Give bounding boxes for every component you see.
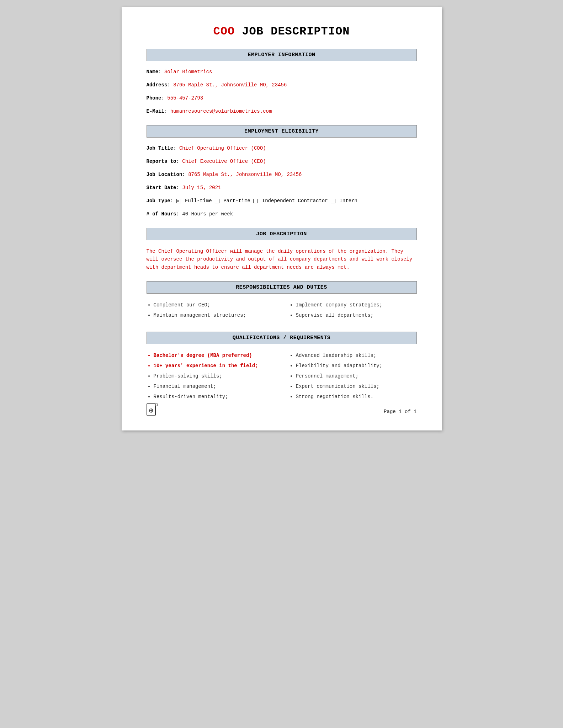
employer-section: EMPLOYER INFORMATION Name: Solar Biometr… xyxy=(147,49,417,115)
list-item: Bachelor's degree (MBA preferred) xyxy=(154,351,275,360)
document-icon xyxy=(147,403,158,420)
intern-checkbox[interactable] xyxy=(331,199,335,203)
start-date-value: July 15, 2021 xyxy=(182,185,221,191)
job-description-text: The Chief Operating Officer will manage … xyxy=(147,247,417,271)
list-item: Expert communication skills; xyxy=(296,382,417,391)
list-item: Supervise all departments; xyxy=(296,311,417,320)
list-item: Maintain management structures; xyxy=(154,311,275,320)
document-page: COO JOB DESCRIPTION EMPLOYER INFORMATION… xyxy=(122,7,442,430)
hours-label: # of Hours xyxy=(147,211,176,217)
phone-label: Phone xyxy=(147,95,161,101)
list-item: Advanced leadership skills; xyxy=(296,351,417,360)
phone-value: 555-457-2793 xyxy=(167,95,203,101)
qualifications-col2: Advanced leadership skills; Flexibility … xyxy=(289,351,417,403)
job-description-header: JOB DESCRIPTION xyxy=(147,228,417,240)
fulltime-checkbox[interactable] xyxy=(176,199,181,203)
address-label: Address xyxy=(147,82,168,88)
list-item: Results-driven mentality; xyxy=(154,392,275,401)
fulltime-label: Full-time xyxy=(185,198,215,204)
job-title-row: Job Title: Chief Operating Officer (COO) xyxy=(147,145,417,152)
job-title-value: Chief Operating Officer (COO) xyxy=(179,145,266,151)
job-type-row: Job Type: Full-time Part-time Independen… xyxy=(147,197,417,205)
employer-address-row: Address: 8765 Maple St., Johnsonville MO… xyxy=(147,81,417,89)
list-item: Personnel management; xyxy=(296,372,417,381)
email-label: E-Mail xyxy=(147,108,164,114)
responsibilities-list: Complement our CEO; Maintain management … xyxy=(147,301,417,321)
qualifications-section: QUALIFICATIONS / REQUIREMENTS Bachelor's… xyxy=(147,332,417,403)
page-title: COO JOB DESCRIPTION xyxy=(147,25,417,38)
eligibility-section: EMPLOYMENT ELIGIBILITY Job Title: Chief … xyxy=(147,125,417,218)
qualifications-header: QUALIFICATIONS / REQUIREMENTS xyxy=(147,332,417,344)
list-item: Strong negotiation skills. xyxy=(296,392,417,401)
reports-to-row: Reports to: Chief Executive Office (CEO) xyxy=(147,158,417,165)
employer-phone-row: Phone: 555-457-2793 xyxy=(147,95,417,102)
intern-label: Intern xyxy=(339,198,357,204)
qualifications-col1: Bachelor's degree (MBA preferred) 10+ ye… xyxy=(147,351,275,403)
title-red: COO xyxy=(213,25,235,38)
reports-to-label: Reports to xyxy=(147,159,176,164)
employer-email-row: E-Mail: humanresources@solarbiometrics.c… xyxy=(147,108,417,115)
employer-name-row: Name: Solar Biometrics xyxy=(147,68,417,76)
contractor-label: Independent Contractor xyxy=(262,198,331,204)
parttime-checkbox[interactable] xyxy=(215,199,219,203)
footer-page-number: Page 1 of 1 xyxy=(384,409,416,414)
title-black: JOB DESCRIPTION xyxy=(235,25,350,38)
job-location-row: Job Location: 8765 Maple St., Johnsonvil… xyxy=(147,171,417,178)
job-location-label: Job Location xyxy=(147,172,182,177)
responsibilities-section: RESPONSIBILITIES AND DUTIES Complement o… xyxy=(147,281,417,321)
name-value: Solar Biometrics xyxy=(164,69,212,75)
employer-header: EMPLOYER INFORMATION xyxy=(147,49,417,61)
responsibilities-col1: Complement our CEO; Maintain management … xyxy=(147,301,275,321)
page-footer: Page 1 of 1 xyxy=(147,403,417,420)
start-date-row: Start Date: July 15, 2021 xyxy=(147,184,417,192)
job-location-value: 8765 Maple St., Johnsonville MO, 23456 xyxy=(188,172,302,177)
list-item: Financial management; xyxy=(154,382,275,391)
hours-row: # of Hours: 40 Hours per week xyxy=(147,210,417,218)
job-type-label: Job Type xyxy=(147,198,170,204)
list-item: Flexibility and adaptability; xyxy=(296,362,417,370)
contractor-checkbox[interactable] xyxy=(253,199,258,203)
address-value: 8765 Maple St., Johnsonville MO, 23456 xyxy=(173,82,287,88)
list-item: 10+ years' experience in the field; xyxy=(154,362,275,370)
list-item: Complement our CEO; xyxy=(154,301,275,310)
email-value: humanresources@solarbiometrics.com xyxy=(170,108,272,114)
qualifications-list: Bachelor's degree (MBA preferred) 10+ ye… xyxy=(147,351,417,403)
job-title-label: Job Title xyxy=(147,145,174,151)
reports-to-value: Chief Executive Office (CEO) xyxy=(182,159,266,164)
list-item: Problem-solving skills; xyxy=(154,372,275,381)
hours-value: 40 Hours per week xyxy=(182,211,233,217)
eligibility-header: EMPLOYMENT ELIGIBILITY xyxy=(147,125,417,138)
responsibilities-col2: Implement company strategies; Supervise … xyxy=(289,301,417,321)
responsibilities-header: RESPONSIBILITIES AND DUTIES xyxy=(147,281,417,294)
parttime-label: Part-time xyxy=(223,198,253,204)
start-date-label: Start Date xyxy=(147,185,176,191)
list-item: Implement company strategies; xyxy=(296,301,417,310)
job-description-section: JOB DESCRIPTION The Chief Operating Offi… xyxy=(147,228,417,271)
name-label: Name xyxy=(147,69,159,75)
svg-rect-2 xyxy=(155,404,158,406)
